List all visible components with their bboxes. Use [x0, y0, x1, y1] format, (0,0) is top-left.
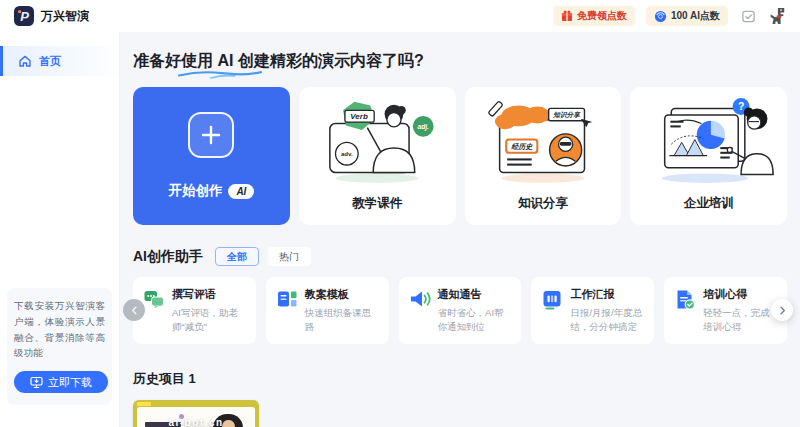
ai-badge: AI — [228, 184, 254, 199]
document-check-icon — [674, 288, 696, 310]
ai-points-label: 100 AI点数 — [671, 9, 720, 23]
tab-hot[interactable]: 热门 — [267, 247, 311, 266]
user-avatar[interactable] — [768, 7, 786, 25]
download-button[interactable]: 立即下载 — [14, 371, 108, 393]
sidebar: 首页 下载安装万兴智演客户端，体验演示人景融合、背景消除等高级功能 立即下载 — [0, 32, 120, 427]
card-caption: 企业培训 — [684, 195, 734, 212]
svg-text:Verb: Verb — [350, 112, 368, 121]
scroll-left-button[interactable] — [123, 299, 145, 321]
megaphone-icon — [409, 288, 431, 310]
start-create-card[interactable]: 开始创作 AI — [133, 87, 290, 225]
card-title: 培训心得 — [703, 287, 777, 302]
card-title: 工作汇报 — [570, 287, 644, 302]
watermark-line-1: ai-bot.cn — [168, 417, 223, 427]
history-thumbnail[interactable]: ai-bot.cn AI工具集 — [133, 400, 259, 427]
assistant-card-scroller: 撰写评语 AI写评语，助老师“减负” 教案模板 快速组织备课思路 — [133, 277, 787, 344]
download-button-label: 立即下载 — [48, 375, 92, 390]
main-content: 准备好使用 AI 创建精彩的演示内容了吗? 开始创作 AI — [120, 32, 800, 427]
chevron-left-icon — [130, 306, 139, 315]
assistant-card-work-report[interactable]: 工作汇报 日报/月报/年度总结，分分钟搞定 — [531, 277, 654, 344]
card-subtitle: 日报/月报/年度总结，分分钟搞定 — [570, 306, 644, 334]
card-caption: 教学课件 — [352, 195, 402, 212]
survey-icon — [741, 9, 756, 24]
svg-text:P: P — [20, 9, 29, 24]
assistant-section-title: AI创作助手 — [133, 248, 203, 266]
home-icon — [18, 54, 32, 68]
svg-text:知识分享: 知识分享 — [552, 111, 581, 119]
assistant-tabs: 全部 热门 — [215, 247, 311, 266]
plus-icon — [188, 112, 234, 158]
svg-text:经历史: 经历史 — [510, 143, 533, 151]
sidebar-promo-text: 下载安装万兴智演客户端，体验演示人景融合、背景消除等高级功能 — [14, 298, 105, 361]
svg-text:?: ? — [738, 101, 744, 112]
coin-icon — [654, 10, 667, 23]
free-points-label: 免费领点数 — [577, 9, 627, 23]
card-title: 教案模板 — [305, 287, 379, 302]
scroll-right-button[interactable] — [771, 299, 793, 321]
chat-bubbles-icon — [143, 288, 165, 310]
assistant-card-training-notes[interactable]: 培训心得 轻轻一点，完成培训心得 — [664, 277, 787, 344]
card-title: 撰写评语 — [172, 287, 246, 302]
lesson-template-icon — [276, 288, 298, 310]
assistant-card-notice[interactable]: 通知通告 省时省心，AI帮你通知到位 — [399, 277, 522, 344]
sidebar-promo-panel: 下载安装万兴智演客户端，体验演示人景融合、背景消除等高级功能 立即下载 — [7, 288, 112, 405]
dino-avatar-icon — [768, 5, 786, 27]
category-card-teaching[interactable]: Verb adv. adj. 教学课件 — [299, 87, 456, 225]
topbar: P 万兴智演 免费领点数 100 AI点数 — [0, 0, 800, 32]
free-points-badge[interactable]: 免费领点数 — [553, 6, 635, 26]
card-subtitle: 快速组织备课思路 — [305, 306, 379, 334]
history-section-title: 历史项目 1 — [133, 370, 787, 388]
knowledge-illustration: 知识分享 经历史 — [477, 94, 609, 186]
training-illustration: ? — [643, 94, 775, 186]
svg-text:adj.: adj. — [418, 123, 430, 131]
category-card-knowledge[interactable]: 知识分享 经历史 知识分享 — [465, 87, 622, 225]
card-caption: 知识分享 — [518, 195, 568, 212]
app-logo-icon: P — [14, 6, 34, 26]
monitor-download-icon — [30, 376, 43, 389]
svg-text:adv.: adv. — [341, 150, 353, 157]
page-title: 准备好使用 AI 创建精彩的演示内容了吗? — [133, 50, 424, 72]
card-subtitle: 省时省心，AI帮你通知到位 — [438, 306, 512, 334]
card-subtitle: 轻轻一点，完成培训心得 — [703, 306, 777, 334]
card-title: 通知通告 — [438, 287, 512, 302]
tab-all[interactable]: 全部 — [215, 247, 259, 266]
ai-points-badge[interactable]: 100 AI点数 — [646, 6, 728, 26]
sidebar-item-home[interactable]: 首页 — [0, 46, 119, 76]
heading-underline-decoration — [177, 69, 265, 79]
app-title: 万兴智演 — [41, 8, 89, 25]
report-icon — [541, 288, 563, 310]
creation-cards-row: 开始创作 AI Verb — [133, 87, 787, 225]
sidebar-item-label: 首页 — [39, 54, 61, 69]
teaching-illustration: Verb adv. adj. — [311, 94, 443, 186]
category-card-training[interactable]: ? 企业培训 — [630, 87, 787, 225]
chevron-right-icon — [778, 306, 787, 315]
gift-icon — [561, 10, 573, 22]
feedback-button[interactable] — [739, 7, 757, 25]
start-create-label: 开始创作 — [168, 182, 222, 200]
card-subtitle: AI写评语，助老师“减负” — [172, 306, 246, 334]
assistant-card-lesson-template[interactable]: 教案模板 快速组织备课思路 — [266, 277, 389, 344]
assistant-card-comments[interactable]: 撰写评语 AI写评语，助老师“减负” — [133, 277, 256, 344]
thumbnail-watermark: ai-bot.cn AI工具集 — [133, 400, 259, 427]
